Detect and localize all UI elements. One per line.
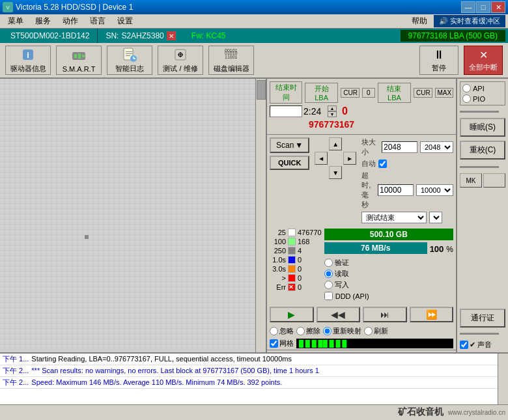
verify-option[interactable]: 验证 bbox=[324, 258, 453, 268]
end-lba-label: 结束 LBA bbox=[378, 83, 411, 103]
refresh-label: 刷新 bbox=[374, 326, 388, 336]
disk-editor-button[interactable]: 01010 11001 00101 磁盘编辑器 bbox=[208, 46, 254, 75]
stop-button[interactable]: ✕ 全部中断 bbox=[464, 46, 503, 75]
net-option[interactable]: 网格 bbox=[270, 339, 294, 348]
write-radio[interactable] bbox=[324, 281, 333, 289]
pass-button[interactable]: 通行证 bbox=[460, 309, 505, 328]
percent-label: % bbox=[446, 245, 453, 254]
smart-log-button[interactable]: 智能日志 bbox=[107, 46, 152, 75]
log-scroll-bar[interactable] bbox=[498, 354, 508, 404]
nav-up-button[interactable]: ▲ bbox=[329, 137, 342, 150]
menu-item-service[interactable]: 服务 bbox=[30, 14, 56, 28]
ignore-radio[interactable] bbox=[270, 327, 278, 335]
log-line-3: 下午 2... Speed: Maximum 146 MB/s. Average… bbox=[0, 377, 508, 389]
sn-close-button[interactable]: ✕ bbox=[167, 31, 176, 40]
scan-scroll-bar[interactable] bbox=[255, 79, 266, 352]
mk-buttons: MK bbox=[460, 173, 505, 188]
sound-checkbox[interactable] bbox=[460, 341, 468, 349]
ddd-checkbox[interactable] bbox=[324, 292, 333, 300]
smart-button[interactable]: S.M.A.R.T bbox=[56, 46, 102, 75]
test-repair-button[interactable]: 测试 / 维修 bbox=[158, 46, 203, 75]
status-bar: 矿石收音机 www.crystalradio.cn bbox=[0, 404, 508, 419]
net-row: 网格 █ █ █ ██ █ █ █ bbox=[267, 337, 456, 350]
refresh-radio[interactable] bbox=[364, 327, 373, 335]
pause-icon: ⏸ bbox=[433, 48, 445, 62]
nav-down-button[interactable]: ▼ bbox=[329, 166, 342, 179]
sleep-button[interactable]: 睡眠(S) bbox=[460, 118, 505, 137]
api-option[interactable]: API bbox=[462, 84, 503, 92]
device-tab[interactable]: ST500DM002-1BD142 bbox=[3, 29, 98, 43]
stat-bar-gt bbox=[288, 274, 296, 282]
max-size-input[interactable] bbox=[382, 141, 417, 153]
menu-bar: 菜单 服务 动作 语言 设置 帮助 🔊 实时查看缓冲区 bbox=[0, 14, 508, 29]
right-stats: 500.10 GB 76 MB/s 100 % 验证 读取 bbox=[324, 229, 453, 301]
pio-radio[interactable] bbox=[462, 94, 471, 103]
info-icon: i bbox=[20, 47, 36, 63]
erase-option[interactable]: 擦除 bbox=[296, 326, 320, 336]
menu-item-settings[interactable]: 设置 bbox=[112, 14, 138, 28]
pause-button[interactable]: ⏸ 暂停 bbox=[419, 46, 459, 75]
time-spin-down[interactable]: ▼ bbox=[328, 111, 337, 117]
mk-left-button[interactable]: MK bbox=[460, 173, 482, 188]
auto-label: 自动 bbox=[361, 159, 376, 169]
scan-scroll-thumb[interactable] bbox=[257, 80, 266, 100]
menu-item-language[interactable]: 语言 bbox=[85, 14, 111, 28]
brand-url: www.crystalradio.cn bbox=[448, 409, 505, 416]
sound-option[interactable]: ✔ 声音 bbox=[460, 340, 505, 350]
menu-item-action[interactable]: 动作 bbox=[57, 14, 83, 28]
remap-radio[interactable] bbox=[323, 327, 332, 335]
play-button[interactable]: ▶ bbox=[270, 307, 314, 322]
mk-right-button[interactable] bbox=[483, 173, 505, 188]
stat-bar-3s bbox=[288, 265, 296, 273]
start-lba-value: 0 bbox=[342, 105, 394, 117]
scan-area bbox=[0, 79, 267, 352]
erase-radio[interactable] bbox=[296, 327, 305, 335]
verify-radio[interactable] bbox=[324, 259, 333, 267]
api-label: API bbox=[473, 85, 485, 92]
end-action-select2[interactable] bbox=[429, 212, 442, 223]
auto-checkbox[interactable] bbox=[378, 160, 387, 168]
reboot-button[interactable]: 重校(C) bbox=[460, 141, 505, 160]
stat-bar-250 bbox=[288, 247, 296, 255]
sound-label: ✔ 声音 bbox=[470, 340, 492, 350]
time-spin-up[interactable]: ▲ bbox=[328, 105, 337, 111]
nav-left-button[interactable]: ◄ bbox=[315, 152, 328, 165]
nav-right-button[interactable]: ► bbox=[343, 152, 356, 165]
pio-option[interactable]: PIO bbox=[462, 94, 503, 103]
read-radio[interactable] bbox=[324, 270, 333, 278]
net-checkbox[interactable] bbox=[270, 339, 278, 348]
quick-button[interactable]: QUICK bbox=[270, 156, 309, 170]
realtime-button[interactable]: 🔊 实时查看缓冲区 bbox=[434, 15, 505, 27]
end-action-select[interactable]: 测试结束 bbox=[361, 212, 427, 223]
menu-item-main[interactable]: 菜单 bbox=[3, 14, 29, 28]
close-button[interactable]: ✕ bbox=[491, 1, 505, 13]
menu-item-help[interactable]: 帮助 bbox=[406, 14, 432, 28]
err-icon: ✕ bbox=[288, 283, 296, 291]
prev-button[interactable]: ◀◀ bbox=[317, 307, 361, 322]
next-button[interactable]: ⏭ bbox=[363, 307, 407, 322]
scan-button[interactable]: Scan ▼ bbox=[270, 137, 309, 153]
timeout-input[interactable] bbox=[378, 184, 414, 196]
driver-info-button[interactable]: i 驱动器信息 bbox=[5, 46, 51, 75]
timeout-select[interactable]: 10000 5000 bbox=[416, 184, 453, 196]
last-button[interactable]: ⏩ bbox=[410, 307, 454, 322]
params-section: 结束时间 开始 LBA CUR 0 结束 LBA CUR MAX 2:24 ▲ … bbox=[267, 79, 456, 135]
log-text-3: Speed: Maximum 146 MB/s. Average 110 MB/… bbox=[31, 378, 282, 386]
ignore-option[interactable]: 忽略 bbox=[270, 326, 294, 336]
max-size-select[interactable]: 2048 4096 bbox=[420, 141, 453, 153]
percent-value: 100 bbox=[430, 244, 444, 254]
read-option[interactable]: 读取 bbox=[324, 269, 453, 279]
time-input[interactable] bbox=[270, 105, 302, 117]
remap-label: 重新映射 bbox=[333, 326, 361, 336]
stat-row-gt: > 0 bbox=[270, 274, 322, 282]
stat-bar-100 bbox=[288, 238, 296, 245]
minimize-button[interactable]: — bbox=[461, 1, 475, 13]
maximize-button[interactable]: □ bbox=[476, 1, 490, 13]
refresh-option[interactable]: 刷新 bbox=[364, 326, 388, 336]
stats-section: 25 476770 100 168 250 4 1.0s 0 bbox=[267, 226, 456, 304]
cur2-badge: CUR bbox=[414, 88, 432, 98]
time-display: 2:24 bbox=[303, 106, 326, 117]
write-option[interactable]: 写入 bbox=[324, 280, 453, 290]
api-radio[interactable] bbox=[462, 84, 471, 92]
remap-option[interactable]: 重新映射 bbox=[323, 326, 361, 336]
